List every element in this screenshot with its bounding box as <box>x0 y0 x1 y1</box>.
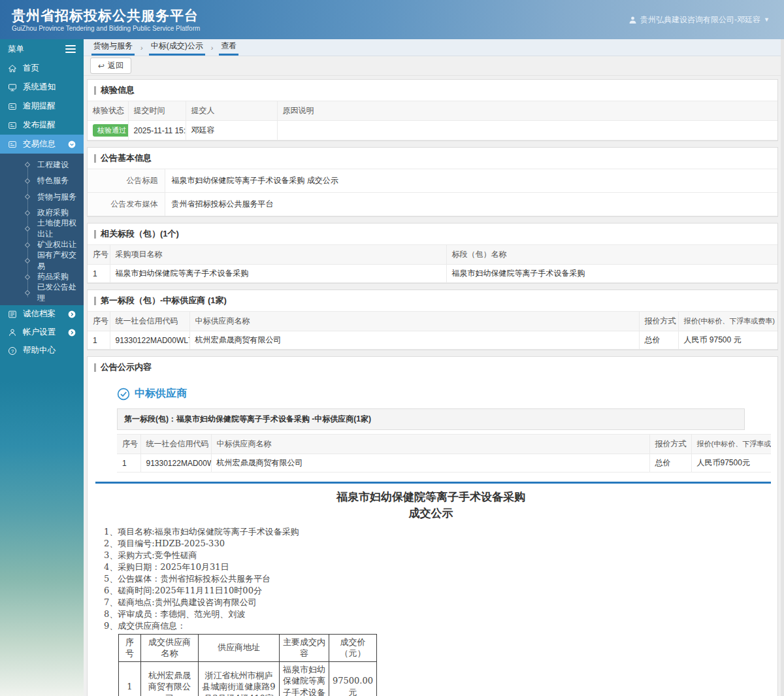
app-screen: 贵州省招标投标公共服务平台 GuiZhou Province Tendering… <box>0 0 784 696</box>
doc-line: 4、采购日期：2025年10月31日 <box>104 561 758 573</box>
submit-time: 2025-11-11 15:24 <box>128 121 186 141</box>
sidebar-item-label: 逾期提醒 <box>23 101 56 112</box>
user-name: 贵州弘典建设咨询有限公司-邓廷容 <box>640 14 760 25</box>
hamburger-icon[interactable] <box>65 45 76 53</box>
sidebar-item-label: 首页 <box>23 63 39 74</box>
sidebar-item-transaction-info[interactable]: 交易信息 <box>0 135 84 154</box>
target-check-icon <box>117 388 130 401</box>
table-row: 公告标题 福泉市妇幼保健院等离子手术设备采购 成交公示 <box>88 169 777 193</box>
col-header: 原因说明 <box>277 101 777 121</box>
submenu-item-goods-services[interactable]: 货物与服务 <box>0 189 84 205</box>
sidebar-item-home[interactable]: 首页 <box>0 59 84 78</box>
supplier-name: 杭州宏鼎晟商贸有限公司 <box>141 661 199 696</box>
verification-panel: 核验信息 核验状态 提交时间 提交人 原因说明 核验通过 2025-11-11 … <box>87 79 778 141</box>
deal-price: 97500.00元 <box>329 661 377 696</box>
project-name: 福泉市妇幼保健院等离子手术设备采购 <box>110 265 446 283</box>
sidebar-item-overdue-reminder[interactable]: 逾期提醒 <box>0 97 84 116</box>
submenu-item-special-services[interactable]: 特色服务 <box>0 173 84 190</box>
doc-line: 7、磋商地点:贵州弘典建设咨询有限公司 <box>104 597 758 608</box>
chevron-right-circle-icon <box>68 329 76 337</box>
quote-type: 总价 <box>639 331 678 350</box>
submenu-label: 货物与服务 <box>37 191 76 203</box>
col-header: 序号 <box>88 245 110 265</box>
app-header: 贵州省招标投标公共服务平台 GuiZhou Province Tendering… <box>0 0 784 39</box>
document-icon <box>8 140 17 149</box>
table-row: 公告发布媒体 贵州省招标投标公共服务平台 <box>88 193 777 216</box>
doc-body: 1、项目名称:福泉市妇幼保健院等离子手术设备采购 2、项目编号:HDZB-202… <box>104 526 758 696</box>
winner-table: 序号 统一社会信用代码 中标供应商名称 报价方式 报价(中标价、下浮率或费率) … <box>88 311 777 350</box>
row-index: 1 <box>88 265 110 283</box>
submenu-item-published-notices[interactable]: 已发公告处理 <box>0 285 84 301</box>
sidebar-footer: 诚信档案 帐户设置 ? 帮助中心 <box>0 305 84 360</box>
back-icon: ↩ <box>98 61 105 71</box>
table-row: 1 杭州宏鼎晟商贸有限公司 浙江省杭州市桐庐县城南街道健康路9号3号楼4楼410… <box>119 661 377 696</box>
document-icon <box>8 121 17 130</box>
col-header: 序号 <box>119 634 141 661</box>
breadcrumb-goods-services[interactable]: 货物与服务 <box>91 39 135 56</box>
section-title-winner: 第一标段（包）-中标供应商 (1家) <box>88 290 777 311</box>
sidebar-item-notifications[interactable]: 系统通知 <box>0 78 84 97</box>
section-title-verification: 核验信息 <box>88 80 777 101</box>
sidebar-item-label: 发布提醒 <box>23 120 56 131</box>
table-row: 1 91330122MAD00WL79P 杭州宏鼎晟商贸有限公司 总价 人民币9… <box>117 454 771 472</box>
section-name: 福泉市妇幼保健院等离子手术设备采购 <box>446 265 777 283</box>
table-row: 核验通过 2025-11-11 15:24 邓廷容 <box>88 121 777 141</box>
user-menu[interactable]: 贵州弘典建设咨询有限公司-邓廷容 ▼ <box>629 14 770 25</box>
col-header: 核验状态 <box>88 101 128 121</box>
sidebar-item-account-settings[interactable]: 帐户设置 <box>0 323 84 342</box>
quote-value: 人民币97500元 <box>691 454 771 472</box>
col-header: 采购项目名称 <box>110 245 446 265</box>
sidebar: 菜单 首页 系统通知 逾期提醒 发布提醒 交易信息 <box>0 39 84 696</box>
sidebar-menu-header: 菜单 <box>0 39 84 59</box>
transaction-submenu: 工程建设 特色服务 货物与服务 政府采购 土地使用权出让 矿业权出让 国有产权交… <box>0 154 84 305</box>
sidebar-item-label: 帮助中心 <box>23 345 56 356</box>
quote-type: 总价 <box>649 454 691 472</box>
related-table: 序号 采购项目名称 标段（包）名称 1 福泉市妇幼保健院等离子手术设备采购 福泉… <box>88 244 777 283</box>
user-icon <box>629 16 637 24</box>
doc-line: 5、公告媒体：贵州省招标投标公共服务平台 <box>104 573 758 585</box>
back-button[interactable]: ↩ 返回 <box>90 58 131 74</box>
submenu-item-land-use[interactable]: 土地使用权出让 <box>0 221 84 237</box>
menu-label: 菜单 <box>8 44 24 55</box>
col-header: 主要成交内容 <box>280 634 329 661</box>
col-header: 成交价（元） <box>329 634 377 661</box>
submenu-label: 政府采购 <box>37 207 69 218</box>
chevron-right-circle-icon <box>68 310 76 318</box>
list-icon <box>8 310 17 319</box>
submenu-item-engineering[interactable]: 工程建设 <box>0 157 84 173</box>
credit-code: 91330122MAD00WL79P <box>110 331 189 350</box>
page-content: 核验信息 核验状态 提交时间 提交人 原因说明 核验通过 2025-11-11 … <box>84 76 781 696</box>
sidebar-item-publish-reminder[interactable]: 发布提醒 <box>0 116 84 135</box>
section-title-content: 公告公示内容 <box>88 357 777 378</box>
supplier-name: 杭州宏鼎晟商贸有限公司 <box>211 454 649 472</box>
field-label: 公告发布媒体 <box>88 193 165 216</box>
breadcrumb: 货物与服务 › 中标(成交)公示 › 查看 <box>84 39 781 56</box>
sidebar-item-help-center[interactable]: ? 帮助中心 <box>0 342 84 360</box>
platform-title: 贵州省招标投标公共服务平台 <box>12 7 200 24</box>
col-header: 序号 <box>117 435 140 454</box>
col-header: 成交供应商名称 <box>141 634 199 661</box>
table-row: 1 91330122MAD00WL79P 杭州宏鼎晟商贸有限公司 总价 人民币 … <box>88 331 777 350</box>
sidebar-item-label: 交易信息 <box>23 139 56 150</box>
divider <box>95 482 771 484</box>
col-header: 报价(中标价、下浮率或费率) <box>691 435 771 454</box>
doc-line: 6、磋商时间:2025年11月11日10时00分 <box>104 585 758 597</box>
chevron-down-circle-icon <box>68 141 76 148</box>
quote-value: 人民币 97500 元 <box>678 331 777 350</box>
submenu-label: 工程建设 <box>37 159 69 171</box>
col-header: 统一社会信用代码 <box>110 312 189 331</box>
sidebar-item-credit-archive[interactable]: 诚信档案 <box>0 305 84 323</box>
breadcrumb-award-notice[interactable]: 中标(成交)公示 <box>149 39 205 56</box>
supplier-heading-label: 中标供应商 <box>135 387 187 401</box>
credit-code: 91330122MAD00WL79P <box>140 454 211 472</box>
toolbar: ↩ 返回 <box>84 56 781 76</box>
announcement-table: 公告标题 福泉市妇幼保健院等离子手术设备采购 成交公示 公告发布媒体 贵州省招标… <box>88 169 777 216</box>
doc-supplier-table: 序号 成交供应商名称 供应商地址 主要成交内容 成交价（元） 1 杭州宏鼎晟商贸… <box>118 634 377 696</box>
breadcrumb-view[interactable]: 查看 <box>219 39 238 56</box>
supplier-name: 杭州宏鼎晟商贸有限公司 <box>189 331 639 350</box>
chevron-right-icon: › <box>140 44 143 56</box>
doc-title-line1: 福泉市妇幼保健院等离子手术设备采购 <box>104 489 758 505</box>
submenu-item-state-property[interactable]: 国有产权交易 <box>0 253 84 269</box>
col-header: 中标供应商名称 <box>189 312 639 331</box>
row-index: 1 <box>119 661 141 696</box>
